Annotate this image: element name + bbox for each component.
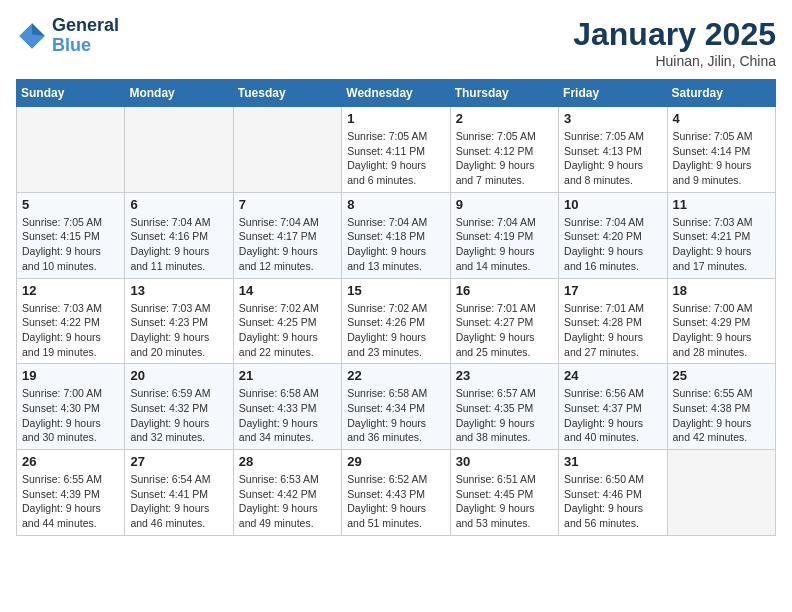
calendar-cell: 17Sunrise: 7:01 AM Sunset: 4:28 PM Dayli… (559, 278, 667, 364)
calendar-cell: 29Sunrise: 6:52 AM Sunset: 4:43 PM Dayli… (342, 450, 450, 536)
calendar-table: SundayMondayTuesdayWednesdayThursdayFrid… (16, 79, 776, 536)
day-info: Sunrise: 6:53 AM Sunset: 4:42 PM Dayligh… (239, 472, 336, 531)
day-number: 31 (564, 454, 661, 469)
day-number: 20 (130, 368, 227, 383)
calendar-cell: 11Sunrise: 7:03 AM Sunset: 4:21 PM Dayli… (667, 192, 775, 278)
calendar-cell: 30Sunrise: 6:51 AM Sunset: 4:45 PM Dayli… (450, 450, 558, 536)
day-info: Sunrise: 7:05 AM Sunset: 4:11 PM Dayligh… (347, 129, 444, 188)
day-number: 3 (564, 111, 661, 126)
day-number: 17 (564, 283, 661, 298)
day-number: 25 (673, 368, 770, 383)
calendar-cell: 5Sunrise: 7:05 AM Sunset: 4:15 PM Daylig… (17, 192, 125, 278)
day-number: 5 (22, 197, 119, 212)
day-info: Sunrise: 7:05 AM Sunset: 4:13 PM Dayligh… (564, 129, 661, 188)
day-info: Sunrise: 6:51 AM Sunset: 4:45 PM Dayligh… (456, 472, 553, 531)
day-info: Sunrise: 7:04 AM Sunset: 4:19 PM Dayligh… (456, 215, 553, 274)
day-info: Sunrise: 6:57 AM Sunset: 4:35 PM Dayligh… (456, 386, 553, 445)
calendar-cell (17, 107, 125, 193)
day-number: 18 (673, 283, 770, 298)
title-block: January 2025 Huinan, Jilin, China (573, 16, 776, 69)
calendar-week-row: 1Sunrise: 7:05 AM Sunset: 4:11 PM Daylig… (17, 107, 776, 193)
location: Huinan, Jilin, China (573, 53, 776, 69)
day-info: Sunrise: 7:00 AM Sunset: 4:29 PM Dayligh… (673, 301, 770, 360)
logo-icon (16, 20, 48, 52)
day-number: 21 (239, 368, 336, 383)
calendar-cell: 22Sunrise: 6:58 AM Sunset: 4:34 PM Dayli… (342, 364, 450, 450)
calendar-cell: 6Sunrise: 7:04 AM Sunset: 4:16 PM Daylig… (125, 192, 233, 278)
calendar-cell: 23Sunrise: 6:57 AM Sunset: 4:35 PM Dayli… (450, 364, 558, 450)
calendar-cell (125, 107, 233, 193)
calendar-cell: 26Sunrise: 6:55 AM Sunset: 4:39 PM Dayli… (17, 450, 125, 536)
calendar-cell: 20Sunrise: 6:59 AM Sunset: 4:32 PM Dayli… (125, 364, 233, 450)
day-info: Sunrise: 6:52 AM Sunset: 4:43 PM Dayligh… (347, 472, 444, 531)
day-info: Sunrise: 7:05 AM Sunset: 4:12 PM Dayligh… (456, 129, 553, 188)
calendar-cell: 3Sunrise: 7:05 AM Sunset: 4:13 PM Daylig… (559, 107, 667, 193)
day-info: Sunrise: 6:55 AM Sunset: 4:38 PM Dayligh… (673, 386, 770, 445)
weekday-header: Tuesday (233, 80, 341, 107)
day-number: 10 (564, 197, 661, 212)
day-number: 6 (130, 197, 227, 212)
calendar-cell: 4Sunrise: 7:05 AM Sunset: 4:14 PM Daylig… (667, 107, 775, 193)
calendar-cell: 13Sunrise: 7:03 AM Sunset: 4:23 PM Dayli… (125, 278, 233, 364)
day-info: Sunrise: 7:01 AM Sunset: 4:27 PM Dayligh… (456, 301, 553, 360)
calendar-week-row: 26Sunrise: 6:55 AM Sunset: 4:39 PM Dayli… (17, 450, 776, 536)
day-number: 28 (239, 454, 336, 469)
day-info: Sunrise: 7:03 AM Sunset: 4:22 PM Dayligh… (22, 301, 119, 360)
calendar-cell: 16Sunrise: 7:01 AM Sunset: 4:27 PM Dayli… (450, 278, 558, 364)
day-number: 15 (347, 283, 444, 298)
page-header: General Blue January 2025 Huinan, Jilin,… (16, 16, 776, 69)
day-number: 9 (456, 197, 553, 212)
day-info: Sunrise: 7:05 AM Sunset: 4:14 PM Dayligh… (673, 129, 770, 188)
day-info: Sunrise: 6:58 AM Sunset: 4:34 PM Dayligh… (347, 386, 444, 445)
calendar-cell: 12Sunrise: 7:03 AM Sunset: 4:22 PM Dayli… (17, 278, 125, 364)
day-number: 24 (564, 368, 661, 383)
day-number: 14 (239, 283, 336, 298)
calendar-cell: 14Sunrise: 7:02 AM Sunset: 4:25 PM Dayli… (233, 278, 341, 364)
day-info: Sunrise: 7:04 AM Sunset: 4:16 PM Dayligh… (130, 215, 227, 274)
logo-text: General Blue (52, 16, 119, 56)
day-info: Sunrise: 6:59 AM Sunset: 4:32 PM Dayligh… (130, 386, 227, 445)
day-number: 12 (22, 283, 119, 298)
day-info: Sunrise: 6:50 AM Sunset: 4:46 PM Dayligh… (564, 472, 661, 531)
weekday-header: Friday (559, 80, 667, 107)
day-info: Sunrise: 7:02 AM Sunset: 4:26 PM Dayligh… (347, 301, 444, 360)
weekday-header: Thursday (450, 80, 558, 107)
day-info: Sunrise: 7:03 AM Sunset: 4:23 PM Dayligh… (130, 301, 227, 360)
day-number: 22 (347, 368, 444, 383)
day-number: 11 (673, 197, 770, 212)
day-info: Sunrise: 7:05 AM Sunset: 4:15 PM Dayligh… (22, 215, 119, 274)
calendar-cell: 10Sunrise: 7:04 AM Sunset: 4:20 PM Dayli… (559, 192, 667, 278)
day-info: Sunrise: 6:56 AM Sunset: 4:37 PM Dayligh… (564, 386, 661, 445)
calendar-cell: 28Sunrise: 6:53 AM Sunset: 4:42 PM Dayli… (233, 450, 341, 536)
logo: General Blue (16, 16, 119, 56)
day-number: 1 (347, 111, 444, 126)
calendar-cell: 21Sunrise: 6:58 AM Sunset: 4:33 PM Dayli… (233, 364, 341, 450)
day-number: 30 (456, 454, 553, 469)
calendar-cell: 15Sunrise: 7:02 AM Sunset: 4:26 PM Dayli… (342, 278, 450, 364)
calendar-cell: 19Sunrise: 7:00 AM Sunset: 4:30 PM Dayli… (17, 364, 125, 450)
day-info: Sunrise: 7:02 AM Sunset: 4:25 PM Dayligh… (239, 301, 336, 360)
calendar-cell: 27Sunrise: 6:54 AM Sunset: 4:41 PM Dayli… (125, 450, 233, 536)
day-number: 2 (456, 111, 553, 126)
day-number: 29 (347, 454, 444, 469)
weekday-header: Sunday (17, 80, 125, 107)
day-info: Sunrise: 7:04 AM Sunset: 4:17 PM Dayligh… (239, 215, 336, 274)
day-info: Sunrise: 7:01 AM Sunset: 4:28 PM Dayligh… (564, 301, 661, 360)
day-number: 13 (130, 283, 227, 298)
calendar-cell: 8Sunrise: 7:04 AM Sunset: 4:18 PM Daylig… (342, 192, 450, 278)
day-number: 19 (22, 368, 119, 383)
day-info: Sunrise: 7:04 AM Sunset: 4:18 PM Dayligh… (347, 215, 444, 274)
day-number: 26 (22, 454, 119, 469)
calendar-cell: 31Sunrise: 6:50 AM Sunset: 4:46 PM Dayli… (559, 450, 667, 536)
day-number: 4 (673, 111, 770, 126)
weekday-header: Wednesday (342, 80, 450, 107)
calendar-week-row: 19Sunrise: 7:00 AM Sunset: 4:30 PM Dayli… (17, 364, 776, 450)
calendar-cell: 9Sunrise: 7:04 AM Sunset: 4:19 PM Daylig… (450, 192, 558, 278)
day-info: Sunrise: 6:58 AM Sunset: 4:33 PM Dayligh… (239, 386, 336, 445)
calendar-cell: 18Sunrise: 7:00 AM Sunset: 4:29 PM Dayli… (667, 278, 775, 364)
calendar-cell: 24Sunrise: 6:56 AM Sunset: 4:37 PM Dayli… (559, 364, 667, 450)
calendar-cell (233, 107, 341, 193)
day-number: 7 (239, 197, 336, 212)
calendar-week-row: 12Sunrise: 7:03 AM Sunset: 4:22 PM Dayli… (17, 278, 776, 364)
calendar-cell: 7Sunrise: 7:04 AM Sunset: 4:17 PM Daylig… (233, 192, 341, 278)
